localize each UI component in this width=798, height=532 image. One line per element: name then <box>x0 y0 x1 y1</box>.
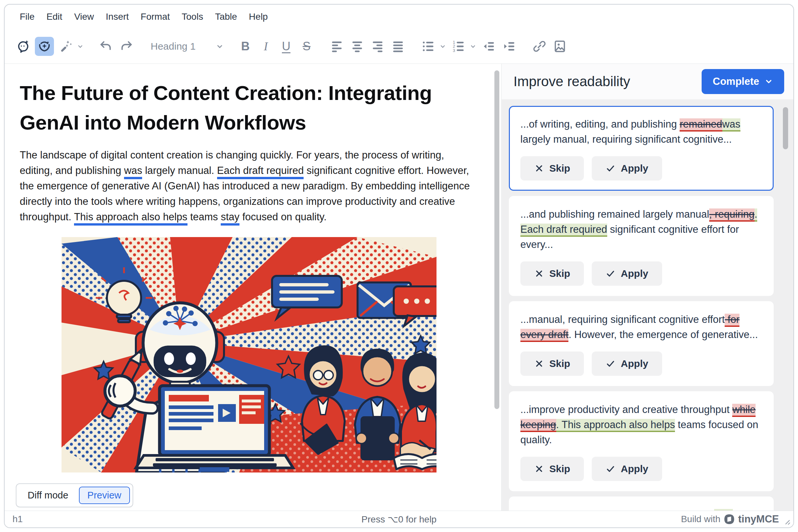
menu-item-tools[interactable]: Tools <box>182 12 203 22</box>
apply-button[interactable]: Apply <box>592 156 662 180</box>
suggestion-actions: Skip Apply <box>520 156 762 180</box>
x-icon <box>534 164 544 173</box>
skip-button[interactable]: Skip <box>520 261 584 286</box>
bold-icon[interactable]: B <box>237 38 254 55</box>
deleted-text: , requiring <box>709 208 755 222</box>
justify-icon[interactable] <box>389 38 407 55</box>
align-left-icon[interactable] <box>328 38 346 55</box>
ai-review-icon[interactable] <box>35 37 54 56</box>
skip-button[interactable]: Skip <box>520 352 584 376</box>
suggestion-card[interactable]: ...of writing, editing, and publishing r… <box>509 106 774 191</box>
chevron-down-icon <box>215 42 224 51</box>
deleted-text: for every draft <box>520 314 740 342</box>
panel-scrollbar-thumb[interactable] <box>783 107 788 149</box>
outdent-icon[interactable] <box>480 38 497 55</box>
diff-mode-button[interactable]: Diff mode <box>19 487 77 504</box>
editor-canvas[interactable]: The Future of Content Creation: Integrat… <box>5 64 501 511</box>
suggestion-diff-text: ...creative throughput while keeping tea… <box>520 507 762 511</box>
preview-button[interactable]: Preview <box>79 487 130 504</box>
suggestion-actions: Skip Apply <box>520 457 762 481</box>
inserted-text: was <box>722 118 740 132</box>
apply-button[interactable]: Apply <box>592 261 662 286</box>
editor-scrollbar-thumb[interactable] <box>495 70 499 409</box>
suggestion-card[interactable]: ...improve productivity and creative thr… <box>509 391 774 491</box>
check-icon <box>606 359 615 368</box>
image-icon[interactable] <box>551 38 569 55</box>
tinymce-logo-icon <box>724 514 735 525</box>
chevron-down-icon <box>764 77 773 86</box>
deleted-text: remained <box>680 118 722 132</box>
menu-item-format[interactable]: Format <box>141 12 170 22</box>
magic-wand-icon[interactable] <box>57 38 74 55</box>
screen: FileEditViewInsertFormatToolsTableHelp <box>0 0 798 532</box>
x-icon <box>534 359 544 368</box>
marked-text: stay <box>221 211 239 226</box>
check-icon <box>606 464 615 474</box>
suggestion-card[interactable]: ...creative throughput while keeping tea… <box>509 496 774 511</box>
redo-icon[interactable] <box>118 38 135 55</box>
undo-icon[interactable] <box>97 38 114 55</box>
status-bar: h1 Press ⌥0 for help Build with tinyMCE <box>5 511 793 527</box>
resize-grip[interactable] <box>782 517 791 526</box>
chevron-down-icon[interactable] <box>76 42 84 50</box>
skip-button[interactable]: Skip <box>520 156 584 180</box>
menu-bar: FileEditViewInsertFormatToolsTableHelp <box>5 5 793 29</box>
suggestion-diff-text: ...improve productivity and creative thr… <box>520 402 762 448</box>
document-paragraph[interactable]: The landscape of digital content creatio… <box>20 147 478 225</box>
suggestion-actions: Skip Apply <box>520 261 762 286</box>
tinymce-wordmark: tinyMCE <box>738 513 779 525</box>
toolbar: Heading 1 B I U S <box>5 29 793 64</box>
svg-text:3: 3 <box>452 48 455 53</box>
x-icon <box>534 269 544 279</box>
marked-text: Each draft required <box>217 165 304 179</box>
complete-button[interactable]: Complete <box>702 69 784 94</box>
apply-button[interactable]: Apply <box>592 457 662 481</box>
check-icon <box>606 269 615 279</box>
panel-header: Improve readability Complete <box>502 64 793 99</box>
align-center-icon[interactable] <box>349 38 366 55</box>
chevron-down-icon[interactable] <box>439 42 447 50</box>
element-path: h1 <box>13 514 23 525</box>
menu-item-file[interactable]: File <box>20 12 35 22</box>
check-icon <box>606 164 615 173</box>
align-right-icon[interactable] <box>369 38 386 55</box>
suggestion-diff-text: ...and publishing remained largely manua… <box>520 207 762 252</box>
menu-item-help[interactable]: Help <box>249 12 268 22</box>
indent-icon[interactable] <box>501 38 518 55</box>
numbered-list-icon[interactable]: 123 <box>450 38 467 55</box>
strikethrough-icon[interactable]: S <box>298 38 315 55</box>
italic-icon[interactable]: I <box>257 38 274 55</box>
link-icon[interactable] <box>531 38 548 55</box>
improve-readability-panel: Improve readability Complete ...of writi… <box>501 64 793 511</box>
main-area: The Future of Content Creation: Integrat… <box>5 64 793 511</box>
branding[interactable]: Build with tinyMCE <box>681 513 779 525</box>
skip-button[interactable]: Skip <box>520 457 584 481</box>
style-dropdown[interactable]: Heading 1 <box>148 41 227 52</box>
panel-title: Improve readability <box>514 74 630 90</box>
help-shortcut-text: Press ⌥0 for help <box>361 514 437 525</box>
document-image[interactable] <box>61 237 437 473</box>
underline-icon[interactable]: U <box>278 38 295 55</box>
suggestion-diff-text: ...of writing, editing, and publishing r… <box>520 117 762 147</box>
x-icon <box>534 464 544 474</box>
menu-item-table[interactable]: Table <box>215 12 237 22</box>
menu-item-view[interactable]: View <box>74 12 94 22</box>
suggestion-diff-text: ...manual, requiring significant cogniti… <box>520 312 762 342</box>
marked-text: This approach also helps <box>74 211 187 226</box>
view-mode-switch: Diff mode Preview <box>16 483 133 507</box>
editor-window: FileEditViewInsertFormatToolsTableHelp <box>4 4 794 528</box>
menu-item-insert[interactable]: Insert <box>106 12 129 22</box>
ai-assistant-icon[interactable] <box>15 38 32 55</box>
menu-item-edit[interactable]: Edit <box>47 12 62 22</box>
chevron-down-icon[interactable] <box>469 42 477 50</box>
inserted-text: . This approach also helps <box>556 419 675 432</box>
marked-text: was <box>124 165 142 179</box>
bullet-list-icon[interactable] <box>420 38 437 55</box>
apply-button[interactable]: Apply <box>592 352 662 376</box>
suggestion-list: ...of writing, editing, and publishing r… <box>502 99 793 511</box>
suggestion-card[interactable]: ...and publishing remained largely manua… <box>509 196 774 296</box>
style-dropdown-value: Heading 1 <box>151 41 196 52</box>
suggestion-actions: Skip Apply <box>520 352 762 376</box>
document-title[interactable]: The Future of Content Creation: Integrat… <box>20 78 478 137</box>
suggestion-card[interactable]: ...manual, requiring significant cogniti… <box>509 301 774 386</box>
